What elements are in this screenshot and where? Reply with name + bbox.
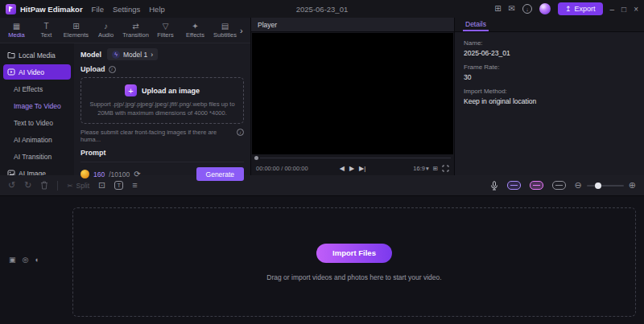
sidebar-item-text-to-video[interactable]: Text to Video xyxy=(3,115,71,130)
sidebar-item-ai-transition[interactable]: AI Transition xyxy=(3,149,71,164)
upload-image-button[interactable]: + Upload an image xyxy=(125,84,200,96)
snapshot-icon[interactable]: ⊞ xyxy=(433,165,438,172)
filters-icon: ▽ xyxy=(163,22,169,31)
download-icon[interactable]: ↓ xyxy=(522,4,532,14)
text-icon: T xyxy=(43,22,48,31)
subtitle-list-icon[interactable]: ≡ xyxy=(132,181,137,190)
timeline-zoom: ⊖ ⊕ xyxy=(575,181,636,190)
zoom-slider-knob[interactable] xyxy=(595,183,601,189)
credits-coin-icon xyxy=(80,170,89,178)
keyframe-icon[interactable] xyxy=(530,181,543,190)
undo-icon[interactable]: ↺ xyxy=(8,181,15,190)
sidebar-item-ai-video[interactable]: AI Video xyxy=(3,64,71,80)
note-info-icon[interactable]: i xyxy=(237,129,244,136)
media-icon: ▦ xyxy=(13,22,20,31)
media-tabbar: ▦ Media T Text ⊞ Elements ♪ Audio ⇄ Tran… xyxy=(0,18,250,43)
ai-video-icon xyxy=(7,68,15,76)
playhead-handle[interactable] xyxy=(254,156,258,160)
maximize-button[interactable]: □ xyxy=(621,5,626,14)
menu-settings[interactable]: Settings xyxy=(113,5,140,14)
tokens-total: /10100 xyxy=(109,170,130,178)
refresh-tokens-icon[interactable]: ⟳ xyxy=(134,170,140,178)
minimize-button[interactable]: – xyxy=(610,5,615,14)
track-lock-icon[interactable]: ▣ xyxy=(9,256,16,264)
upload-dropzone[interactable]: + Upload an image Support .pjp/.jpg/.pjp… xyxy=(80,77,244,124)
sidebar-item-ai-image[interactable]: AI Image xyxy=(3,166,71,175)
redo-icon[interactable]: ↻ xyxy=(24,181,31,190)
sidebar-item-ai-animation[interactable]: AI Animation xyxy=(3,132,71,147)
voiceover-mic-icon[interactable] xyxy=(490,181,498,191)
timeline-dropzone[interactable]: Import Files Drag or import videos and p… xyxy=(72,207,636,317)
model-bolt-icon: ϟ xyxy=(112,51,120,59)
track-controls: ▣ ◎ ◐ xyxy=(9,256,39,264)
tab-transition[interactable]: ⇄ Transition xyxy=(121,22,151,39)
tokens-used: 160 xyxy=(93,170,105,178)
split-button[interactable]: ✂ Split xyxy=(67,182,89,190)
export-arrow-icon: ↥ xyxy=(565,5,572,13)
zoom-in-icon[interactable]: ⊕ xyxy=(629,181,636,190)
model-caret-icon: › xyxy=(151,51,153,59)
subtitles-icon: ▤ xyxy=(221,22,229,31)
folder-icon xyxy=(7,51,15,59)
generate-button[interactable]: Generate xyxy=(196,167,244,181)
player-panel: Player 00:00:00 / 00:00:00 ◀ ▶ ▶| 16:9 ▾… xyxy=(251,18,455,175)
model-selector[interactable]: ϟ Model 1 › xyxy=(107,48,158,60)
elements-icon: ⊞ xyxy=(72,22,79,31)
aspect-ratio-select[interactable]: 16:9 ▾ xyxy=(413,165,428,172)
zoom-slider[interactable] xyxy=(587,185,624,187)
user-avatar[interactable] xyxy=(539,3,551,14)
next-frame-icon[interactable]: ▶| xyxy=(359,165,365,172)
transition-icon: ⇄ xyxy=(132,22,138,31)
sidebar-item-local-media[interactable]: Local Media xyxy=(3,47,71,63)
import-files-button[interactable]: Import Files xyxy=(316,244,392,263)
tabbar-overflow-icon[interactable]: › xyxy=(240,26,249,35)
close-button[interactable]: × xyxy=(634,5,638,14)
tab-media[interactable]: ▦ Media xyxy=(2,22,31,39)
tab-effects[interactable]: ✦ Effects xyxy=(180,22,210,39)
framerate-value: 30 xyxy=(464,73,635,81)
titlebar: HitPaw Edimakor File Settings Help 2025-… xyxy=(0,0,644,18)
name-label: Name: xyxy=(464,39,635,47)
previous-frame-icon[interactable]: ◀ xyxy=(340,165,345,172)
feedback-icon[interactable]: ✉ xyxy=(509,5,515,13)
layout-icon[interactable]: ⊞ xyxy=(494,5,501,13)
track-mute-icon[interactable]: ◐ xyxy=(35,256,39,264)
video-preview xyxy=(252,33,453,154)
magnet-snap-icon[interactable] xyxy=(552,181,566,190)
delete-icon[interactable] xyxy=(40,181,48,190)
left-panel: ▦ Media T Text ⊞ Elements ♪ Audio ⇄ Tran… xyxy=(0,18,251,175)
model-label: Model xyxy=(80,51,101,59)
crop-icon[interactable]: ⊡ xyxy=(98,181,105,190)
plus-icon: + xyxy=(125,84,137,96)
split-icon: ✂ xyxy=(67,182,72,190)
name-value: 2025-06-23_01 xyxy=(464,49,635,57)
sidebar-item-ai-effects[interactable]: AI Effects xyxy=(3,81,71,96)
menu-help[interactable]: Help xyxy=(149,5,165,14)
add-text-icon[interactable]: T xyxy=(114,181,123,190)
menu-file[interactable]: File xyxy=(92,5,104,14)
sidebar-item-image-to-video[interactable]: Image To Video xyxy=(3,98,71,113)
link-clips-icon[interactable] xyxy=(507,181,521,190)
details-panel: Details Name: 2025-06-23_01 Frame Rate: … xyxy=(455,18,644,175)
tab-text[interactable]: T Text xyxy=(31,22,61,39)
tab-elements[interactable]: ⊞ Elements xyxy=(61,22,91,39)
export-button[interactable]: ↥ Export xyxy=(558,2,603,15)
main-area: ▦ Media T Text ⊞ Elements ♪ Audio ⇄ Tran… xyxy=(0,18,644,175)
import-method-label: Import Method: xyxy=(464,88,635,95)
track-visibility-icon[interactable]: ◎ xyxy=(23,256,29,264)
app-name: HitPaw Edimakor xyxy=(20,5,83,14)
zoom-out-icon[interactable]: ⊖ xyxy=(575,181,582,190)
play-icon[interactable]: ▶ xyxy=(349,165,354,172)
tab-filters[interactable]: ▽ Filters xyxy=(151,22,180,39)
fullscreen-icon[interactable] xyxy=(442,165,449,172)
player-scrubber[interactable] xyxy=(251,154,454,162)
image-to-video-panel: Model ϟ Model 1 › Upload i + Upload an i… xyxy=(74,43,250,175)
upload-support-text: Support .pjp/.jpg/.pjpeg/.jpeg/.jfif/.pn… xyxy=(87,100,237,117)
caret-down-icon: ▾ xyxy=(426,165,429,172)
tab-subtitles[interactable]: ▤ Subtitles xyxy=(210,22,240,39)
tab-details[interactable]: Details xyxy=(463,18,489,31)
tab-audio[interactable]: ♪ Audio xyxy=(91,22,121,39)
audio-icon: ♪ xyxy=(104,22,108,31)
import-method-value: Keep in original location xyxy=(464,97,635,105)
upload-info-icon[interactable]: i xyxy=(109,66,116,73)
